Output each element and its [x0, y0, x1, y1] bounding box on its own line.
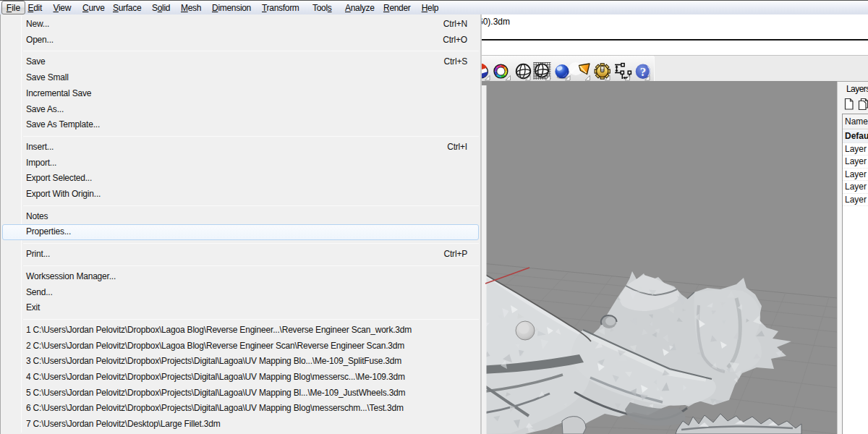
svg-text:?: ? [640, 65, 647, 79]
